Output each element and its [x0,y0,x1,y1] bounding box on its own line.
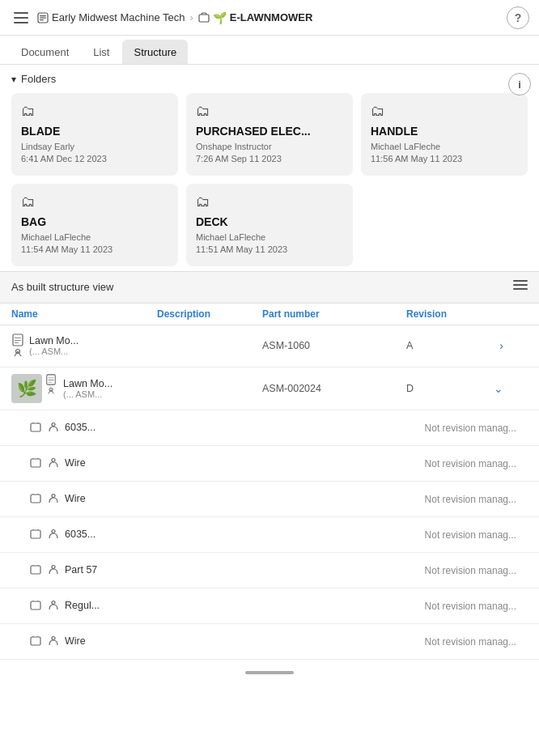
table-row[interactable]: Part 57 Not revision manag... [0,553,539,588]
row-name-cell: Wire [29,457,146,469]
folder-icon: 🗂 [196,103,343,120]
part-icon [29,457,42,469]
folder-icon: 🗂 [196,193,343,210]
product-name: E-LAWNMOWER [230,11,313,23]
folder-card[interactable]: 🗂 BAG Michael LaFleche 11:54 AM May 11 2… [11,184,178,266]
svg-point-36 [52,601,55,605]
help-button[interactable]: ? [507,6,529,29]
chevron-down-icon: ⌄ [494,382,503,395]
child-name: 6035... [65,529,95,540]
table-row[interactable]: Lawn Mo... (... ASM... ASM-1060 A › [0,325,539,367]
col-revision: Revision [406,308,503,320]
sub-part-icon [47,528,60,541]
folder-name: DECK [196,215,343,228]
table-row[interactable]: Regul... Not revision manag... [0,588,539,624]
structure-title: As built structure view [11,281,113,293]
col-part-number: Part number [262,308,406,320]
row-name-cell: Wire [29,492,146,505]
folder-name: BLADE [21,125,168,138]
row-not-revision: Not revision manag... [332,422,528,434]
company-name: Early Midwest Machine Tech [52,11,185,23]
row-not-revision: Not revision manag... [332,529,528,541]
chevron-down-icon: ▾ [11,74,16,85]
row-name-cell: Wire [29,635,146,648]
folder-icon: 🗂 [21,103,168,120]
part-icon [29,599,42,612]
svg-rect-14 [15,342,19,343]
tab-bar: Document List Structure [0,36,539,65]
table-row[interactable]: 6035... Not revision manag... [0,517,539,553]
child-name: Wire [65,493,86,504]
breadcrumb: Early Midwest Machine Tech › 🌱 E-LAWNMOW… [37,11,502,24]
tab-structure[interactable]: Structure [122,40,188,64]
part-icon [29,492,42,505]
sidebar-toggle-button[interactable] [10,6,32,29]
svg-point-30 [52,495,55,498]
folder-icon: 🗂 [371,103,518,120]
svg-rect-31 [31,530,40,538]
svg-rect-21 [49,381,52,382]
svg-rect-25 [31,423,40,431]
row-name-cell: Regul... [29,599,146,612]
row-part-number: ASM-1060 [262,340,406,351]
row-name-cell: 🌿 Lawn Mo... (... ASM... [11,374,157,403]
breadcrumb-separator: › [190,11,193,23]
breadcrumb-company[interactable]: Early Midwest Machine Tech [37,11,185,23]
row-not-revision: Not revision manag... [332,600,528,612]
row-name-cell: Lawn Mo... (... ASM... [11,333,157,358]
part-icon [29,421,42,434]
folder-meta: Michael LaFleche 11:54 AM May 11 2023 [21,231,168,257]
svg-rect-1 [14,17,28,19]
list-icon [513,280,528,291]
chevron-right-icon: › [499,339,503,352]
sub-part-icon [47,599,60,612]
row-not-revision: Not revision manag... [332,635,528,648]
child-name: Wire [65,635,86,647]
svg-rect-27 [31,459,40,467]
table-row[interactable]: Wire Not revision manag... [0,482,539,517]
structure-view-header: As built structure view [0,271,539,304]
tab-document[interactable]: Document [10,40,80,64]
list-view-button[interactable] [513,280,528,295]
row-not-revision: Not revision manag... [332,564,528,576]
table-row[interactable]: 6035... Not revision manag... [0,410,539,446]
row-name-text: Lawn Mo... (... ASM... [63,378,112,399]
folder-card[interactable]: 🗂 HANDLE Michael LaFleche 11:56 AM May 1… [361,93,528,176]
folders-label: Folders [21,73,56,85]
child-name: Wire [65,457,86,469]
svg-point-28 [52,459,55,462]
svg-point-26 [52,423,55,427]
folder-card[interactable]: 🗂 PURCHASED ELEC... Onshape Instructor 7… [186,93,353,176]
svg-rect-33 [31,566,40,574]
table-row[interactable]: 🌿 Lawn Mo... (... ASM... ASM-002024 [0,367,539,410]
sub-part-icon [47,635,60,648]
app-header: Early Midwest Machine Tech › 🌱 E-LAWNMOW… [0,0,539,36]
svg-rect-6 [40,19,44,20]
folders-section: ▾ Folders 🗂 BLADE Lindsay Early 6:41 AM … [0,65,539,271]
table-row[interactable]: Wire Not revision manag... [0,624,539,660]
info-button[interactable]: i [508,73,531,96]
part-icon [29,528,42,541]
document-icon [11,333,24,346]
svg-rect-19 [49,377,54,378]
table-row[interactable]: Wire Not revision manag... [0,446,539,482]
svg-rect-12 [15,338,21,338]
svg-rect-10 [513,288,528,290]
assembly-icon [11,348,24,358]
tab-list[interactable]: List [82,40,121,64]
breadcrumb-product[interactable]: 🌱 E-LAWNMOWER [198,11,313,24]
scroll-indicator-area [0,660,539,677]
document-icon [45,374,57,385]
folder-name: HANDLE [371,125,518,138]
row-not-revision: Not revision manag... [332,457,528,469]
folder-card[interactable]: 🗂 BLADE Lindsay Early 6:41 AM Dec 12 202… [11,93,178,176]
folder-placeholder [361,184,528,266]
row-revision: A › [406,339,503,352]
folder-card[interactable]: 🗂 DECK Michael LaFleche 11:51 AM May 11 … [186,184,353,266]
row-revision: D ⌄ [406,382,503,395]
folder-meta: Michael LaFleche 11:51 AM May 11 2023 [196,231,343,257]
lawnmower-thumbnail: 🌿 [11,374,42,403]
svg-rect-29 [31,495,40,503]
row-icons [45,374,57,395]
svg-point-34 [52,566,55,569]
